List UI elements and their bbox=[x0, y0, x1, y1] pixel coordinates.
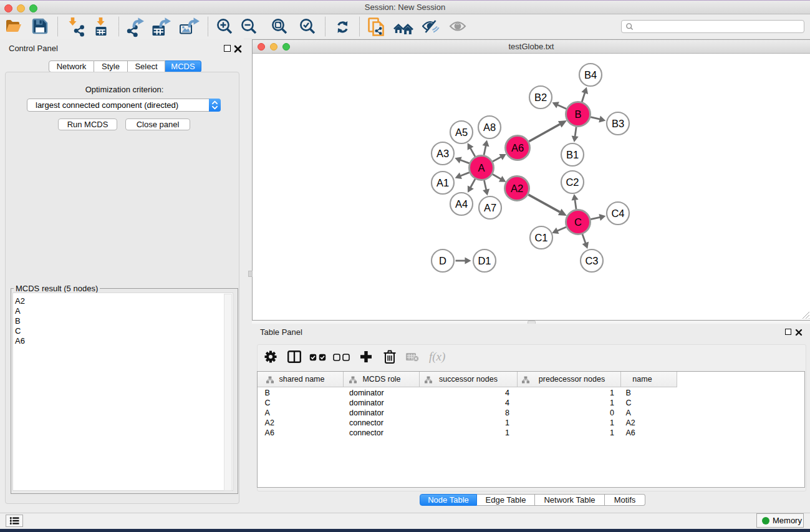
svg-text:A6: A6 bbox=[511, 142, 524, 153]
svg-text:A1: A1 bbox=[436, 177, 449, 188]
svg-text:A4: A4 bbox=[455, 198, 468, 210]
svg-text:B2: B2 bbox=[534, 92, 547, 103]
svg-text:A2: A2 bbox=[511, 183, 523, 194]
svg-text:C3: C3 bbox=[585, 255, 598, 266]
svg-text:C1: C1 bbox=[534, 232, 547, 243]
svg-text:A8: A8 bbox=[483, 122, 496, 133]
svg-text:D: D bbox=[439, 255, 446, 266]
svg-text:C2: C2 bbox=[566, 177, 579, 188]
svg-text:B: B bbox=[574, 109, 581, 120]
svg-text:A3: A3 bbox=[436, 148, 449, 159]
svg-text:B1: B1 bbox=[566, 149, 579, 160]
svg-text:C4: C4 bbox=[611, 208, 624, 219]
svg-text:D1: D1 bbox=[478, 255, 491, 266]
svg-text:B3: B3 bbox=[612, 118, 624, 129]
svg-text:C: C bbox=[574, 216, 582, 228]
svg-text:A7: A7 bbox=[484, 202, 496, 213]
svg-text:A5: A5 bbox=[455, 127, 468, 138]
svg-text:A: A bbox=[478, 162, 485, 173]
svg-text:B4: B4 bbox=[584, 69, 597, 80]
